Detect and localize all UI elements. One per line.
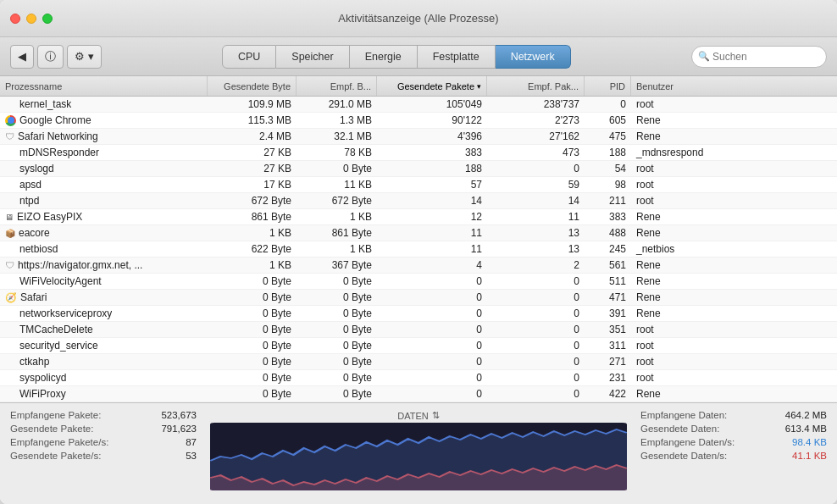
cell-recv-packets: 0: [487, 340, 585, 352]
tab-cpu[interactable]: CPU: [222, 45, 276, 69]
toolbar-right: 🔍: [691, 46, 827, 68]
cell-pid: 98: [585, 179, 631, 191]
cell-pid: 383: [585, 211, 631, 223]
minimize-button[interactable]: [26, 14, 36, 24]
cell-sent-packets: 0: [377, 307, 487, 319]
toolbar-left: ◀ ⓘ ⚙ ▾: [10, 45, 102, 69]
table-row[interactable]: Google Chrome 115.3 MB 1.3 MB 90'122 2'2…: [0, 113, 837, 129]
back-button[interactable]: ◀: [10, 45, 34, 69]
cell-recv-bytes: 291.0 MB: [297, 98, 377, 110]
cell-process: syspolicyd: [0, 372, 208, 384]
tab-festplatte[interactable]: Festplatte: [418, 45, 496, 69]
cell-sent-bytes: 1 KB: [208, 227, 297, 239]
cell-recv-packets: 14: [487, 195, 585, 207]
gear-button[interactable]: ⚙ ▾: [67, 45, 102, 69]
cell-sent-packets: 0: [377, 324, 487, 335]
close-button[interactable]: [10, 14, 20, 24]
cell-sent-bytes: 115.3 MB: [208, 114, 297, 126]
cell-recv-packets: 0: [487, 372, 585, 384]
info-button[interactable]: ⓘ: [37, 45, 64, 69]
table-row[interactable]: 🛡Safari Networking 2.4 MB 32.1 MB 4'396 …: [0, 129, 837, 145]
cell-recv-bytes: 672 Byte: [297, 195, 377, 207]
titlebar: Aktivitätsanzeige (Alle Prozesse): [0, 0, 837, 37]
stat-value: 791,623: [161, 424, 197, 434]
cell-user: Rene: [631, 259, 837, 271]
cell-recv-packets: 0: [487, 291, 585, 303]
cell-recv-bytes: 0 Byte: [297, 163, 377, 174]
cell-user: root: [631, 324, 837, 335]
cell-sent-packets: 12: [377, 211, 487, 223]
stat-row-left: Empfangene Pakete: 523,673: [10, 410, 197, 420]
cell-process: securityd_service: [0, 340, 208, 352]
cell-recv-packets: 2: [487, 259, 585, 271]
table-row[interactable]: 🧭Safari 0 Byte 0 Byte 0 0 471 Rene: [0, 290, 837, 306]
cell-recv-packets: 59: [487, 179, 585, 191]
cell-sent-packets: 4'396: [377, 130, 487, 142]
search-input[interactable]: [691, 46, 827, 68]
table-row[interactable]: apsd 17 KB 11 KB 57 59 98 root: [0, 177, 837, 193]
table-row[interactable]: ctkahp 0 Byte 0 Byte 0 0 271 root: [0, 354, 837, 370]
stat-row-left: Gesendete Pakete/s: 53: [10, 451, 197, 461]
cell-user: root: [631, 340, 837, 352]
cell-user: Rene: [631, 130, 837, 142]
stat-value: 41.1 KB: [792, 451, 827, 461]
table-row[interactable]: securityd_service 0 Byte 0 Byte 0 0 311 …: [0, 338, 837, 354]
cell-sent-packets: 4: [377, 259, 487, 271]
cell-sent-packets: 57: [377, 179, 487, 191]
cell-sent-packets: 0: [377, 340, 487, 352]
cell-user: root: [631, 98, 837, 110]
stat-row-right: Empfangene Daten: 464.2 MB: [640, 410, 827, 420]
stat-label: Gesendete Pakete:: [10, 424, 93, 434]
table-row[interactable]: 🛡https://navigator.gmx.net, ... 1 KB 367…: [0, 258, 837, 274]
table-row[interactable]: ntpd 672 Byte 672 Byte 14 14 211 root: [0, 193, 837, 209]
col-header-recv-packets[interactable]: Empf. Pak...: [487, 76, 585, 96]
cell-recv-bytes: 32.1 MB: [297, 130, 377, 142]
col-header-sent-packets[interactable]: Gesendete Pakete ▾: [377, 76, 487, 96]
cell-user: Rene: [631, 388, 837, 400]
tab-netzwerk[interactable]: Netzwerk: [496, 45, 571, 69]
cell-sent-bytes: 17 KB: [208, 179, 297, 191]
cell-recv-bytes: 0 Byte: [297, 388, 377, 400]
table-body[interactable]: kernel_task 109.9 MB 291.0 MB 105'049 23…: [0, 97, 837, 402]
col-header-sent-bytes[interactable]: Gesendete Byte: [208, 76, 297, 96]
cell-process: syslogd: [0, 163, 208, 174]
table-row[interactable]: kernel_task 109.9 MB 291.0 MB 105'049 23…: [0, 97, 837, 113]
cell-recv-bytes: 1.3 MB: [297, 114, 377, 126]
cell-process: Google Chrome: [0, 114, 208, 126]
stat-row-left: Empfangene Pakete/s: 87: [10, 437, 197, 447]
stat-value: 87: [186, 437, 197, 447]
cell-user: _netbios: [631, 243, 837, 255]
stat-row-left: Gesendete Pakete: 791,623: [10, 424, 197, 434]
tab-speicher[interactable]: Speicher: [276, 45, 349, 69]
table-row[interactable]: WiFiProxy 0 Byte 0 Byte 0 0 422 Rene: [0, 386, 837, 402]
table-row[interactable]: netbiosd 622 Byte 1 KB 11 13 245 _netbio…: [0, 241, 837, 258]
stats-right: Empfangene Daten: 464.2 MB Gesendete Dat…: [640, 410, 827, 497]
col-header-process[interactable]: Prozessname: [0, 76, 208, 96]
table-row[interactable]: syspolicyd 0 Byte 0 Byte 0 0 231 root: [0, 370, 837, 386]
table-row[interactable]: 📦eacore 1 KB 861 Byte 11 13 488 Rene: [0, 225, 837, 241]
cell-user: Rene: [631, 211, 837, 223]
cell-process: 🧭Safari: [0, 291, 208, 303]
cell-pid: 471: [585, 291, 631, 303]
cell-user: _mdnsrespond: [631, 147, 837, 158]
table-row[interactable]: syslogd 27 KB 0 Byte 188 0 54 root: [0, 161, 837, 177]
tab-energie[interactable]: Energie: [350, 45, 418, 69]
col-header-pid[interactable]: PID: [585, 76, 631, 96]
maximize-button[interactable]: [42, 14, 53, 24]
cell-process: 📦eacore: [0, 227, 208, 239]
cell-recv-packets: 0: [487, 163, 585, 174]
cell-process: kernel_task: [0, 98, 208, 110]
table-row[interactable]: TMCacheDelete 0 Byte 0 Byte 0 0 351 root: [0, 322, 837, 338]
cell-pid: 351: [585, 324, 631, 335]
table-row[interactable]: networkserviceproxy 0 Byte 0 Byte 0 0 39…: [0, 306, 837, 322]
col-header-recv-bytes[interactable]: Empf. B...: [297, 76, 377, 96]
table-row[interactable]: 🖥EIZO EasyPIX 861 Byte 1 KB 12 11 383 Re…: [0, 209, 837, 225]
table-row[interactable]: WiFiVelocityAgent 0 Byte 0 Byte 0 0 511 …: [0, 274, 837, 290]
cell-process: WiFiProxy: [0, 388, 208, 400]
col-header-user[interactable]: Benutzer: [631, 76, 837, 96]
cell-sent-bytes: 0 Byte: [208, 307, 297, 319]
cell-recv-bytes: 0 Byte: [297, 372, 377, 384]
cell-recv-bytes: 367 Byte: [297, 259, 377, 271]
table-row[interactable]: mDNSResponder 27 KB 78 KB 383 473 188 _m…: [0, 145, 837, 161]
cell-pid: 311: [585, 340, 631, 352]
